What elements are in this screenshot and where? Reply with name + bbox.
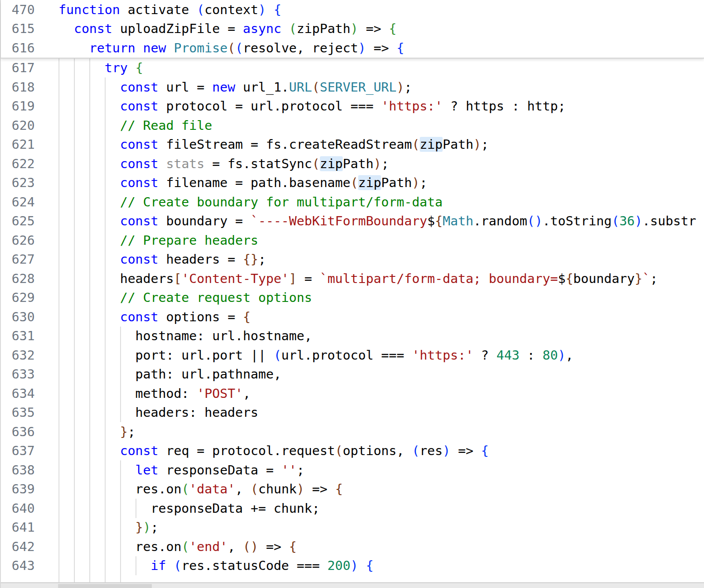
line-number[interactable]: 619 bbox=[1, 99, 59, 114]
sticky-code-line[interactable]: 470function activate (context) { bbox=[1, 0, 704, 19]
code-line[interactable]: 633 path: url.pathname, bbox=[1, 365, 704, 384]
code-line[interactable]: 638 let responseData = ''; bbox=[1, 460, 704, 480]
code-line[interactable]: 625 const boundary = `----WebKitFormBoun… bbox=[1, 212, 704, 231]
code-content[interactable]: const uploadZipFile = async (zipPath) =>… bbox=[59, 19, 704, 39]
code-line[interactable]: 635 headers: headers bbox=[1, 403, 704, 423]
code-content[interactable]: }); bbox=[59, 518, 704, 537]
code-content[interactable]: try { bbox=[59, 59, 704, 78]
token-b2: ( bbox=[181, 481, 189, 496]
line-number[interactable]: 624 bbox=[1, 195, 59, 209]
scrollbar-thumb[interactable] bbox=[58, 584, 152, 588]
code-line[interactable]: 619 const protocol = url.protocol === 'h… bbox=[1, 97, 704, 116]
line-number[interactable]: 641 bbox=[1, 520, 59, 535]
token-txt: ; bbox=[258, 252, 266, 267]
token-txt: responseData += chunk; bbox=[151, 501, 320, 516]
line-number[interactable]: 640 bbox=[1, 501, 59, 516]
line-number[interactable]: 627 bbox=[1, 252, 59, 267]
line-number[interactable]: 634 bbox=[1, 386, 59, 401]
code-line[interactable]: 642 res.on('end', () => { bbox=[1, 537, 704, 556]
code-content[interactable]: // Prepare headers bbox=[59, 231, 704, 250]
code-line[interactable]: 618 const url = new url_1.URL(SERVER_URL… bbox=[1, 77, 704, 97]
line-number[interactable]: 625 bbox=[1, 213, 59, 228]
code-content[interactable]: const url = new url_1.URL(SERVER_URL); bbox=[59, 77, 704, 97]
code-content[interactable]: res.on('data', (chunk) => { bbox=[59, 480, 704, 499]
line-number[interactable]: 636 bbox=[1, 424, 59, 439]
token-txt: filename = path.basename bbox=[158, 175, 351, 190]
line-number[interactable]: 470 bbox=[1, 2, 59, 17]
code-line[interactable]: 621 const fileStream = fs.createReadStre… bbox=[1, 135, 704, 154]
code-line[interactable]: 641 }); bbox=[1, 518, 704, 537]
code-content[interactable]: headers: headers bbox=[59, 403, 704, 423]
code-line[interactable]: 639 res.on('data', (chunk) => { bbox=[1, 480, 704, 499]
line-number[interactable]: 616 bbox=[1, 40, 59, 55]
line-number[interactable]: 623 bbox=[1, 175, 59, 190]
token-b3: ) bbox=[297, 481, 304, 496]
code-content[interactable]: const req = protocol.request(options, (r… bbox=[59, 441, 704, 461]
line-number[interactable]: 621 bbox=[1, 137, 59, 152]
code-line[interactable]: 630 const options = { bbox=[1, 307, 704, 327]
code-line[interactable]: 628 headers['Content-Type'] = `multipart… bbox=[1, 269, 704, 288]
line-number[interactable]: 643 bbox=[1, 558, 59, 573]
code-content[interactable]: let responseData = ''; bbox=[59, 460, 704, 480]
code-line[interactable]: 626 // Prepare headers bbox=[1, 231, 704, 250]
code-content[interactable]: responseData += chunk; bbox=[59, 499, 704, 518]
code-content[interactable]: if (res.statusCode === 200) { bbox=[59, 556, 704, 576]
code-content[interactable]: res.on('end', () => { bbox=[59, 537, 704, 556]
code-line[interactable]: 643 if (res.statusCode === 200) { bbox=[1, 556, 704, 576]
code-line[interactable]: 634 method: 'POST', bbox=[1, 384, 704, 403]
line-number[interactable]: 639 bbox=[1, 481, 59, 496]
line-number[interactable]: 642 bbox=[1, 539, 59, 554]
code-line[interactable]: 623 const filename = path.basename(zipPa… bbox=[1, 173, 704, 193]
code-content[interactable]: headers['Content-Type'] = `multipart/for… bbox=[59, 269, 704, 288]
horizontal-scrollbar[interactable] bbox=[1, 582, 704, 588]
code-content[interactable]: function activate (context) { bbox=[59, 0, 704, 19]
line-number[interactable]: 626 bbox=[1, 233, 59, 248]
line-number[interactable]: 629 bbox=[1, 290, 59, 305]
line-number[interactable]: 637 bbox=[1, 443, 59, 458]
token-kw: const bbox=[120, 443, 158, 458]
code-line[interactable]: 629 // Create request options bbox=[1, 288, 704, 308]
token-txt: : bbox=[520, 348, 543, 363]
code-content[interactable]: const options = { bbox=[59, 307, 704, 327]
line-number[interactable]: 622 bbox=[1, 156, 59, 171]
code-line[interactable]: 631 hostname: url.hostname, bbox=[1, 327, 704, 346]
code-line[interactable]: 636 }; bbox=[1, 422, 704, 441]
code-content[interactable]: const fileStream = fs.createReadStream(z… bbox=[59, 135, 704, 154]
line-number[interactable]: 630 bbox=[1, 309, 59, 324]
code-content[interactable]: // Read file bbox=[59, 116, 704, 135]
code-line[interactable]: 627 const headers = {}; bbox=[1, 250, 704, 269]
code-content[interactable]: const boundary = `----WebKitFormBoundary… bbox=[59, 212, 704, 231]
line-number[interactable]: 617 bbox=[1, 60, 59, 75]
code-line[interactable]: 617 try { bbox=[1, 59, 704, 78]
code-content[interactable]: const stats = fs.statSync(zipPath); bbox=[59, 154, 704, 173]
code-content[interactable]: const headers = {}; bbox=[59, 250, 704, 269]
code-content[interactable]: const filename = path.basename(zipPath); bbox=[59, 173, 704, 193]
code-line[interactable]: 620 // Read file bbox=[1, 116, 704, 135]
code-content[interactable]: // Create boundary for multipart/form-da… bbox=[59, 192, 704, 212]
sticky-code-line[interactable]: 615 const uploadZipFile = async (zipPath… bbox=[1, 19, 704, 39]
code-line[interactable]: 622 const stats = fs.statSync(zipPath); bbox=[1, 154, 704, 173]
code-content[interactable]: // Create request options bbox=[59, 288, 704, 308]
token-b1: ( bbox=[274, 348, 281, 363]
line-number[interactable]: 615 bbox=[1, 21, 59, 36]
code-line[interactable]: 632 port: url.port || (url.protocol === … bbox=[1, 345, 704, 365]
code-content[interactable]: port: url.port || (url.protocol === 'htt… bbox=[59, 345, 704, 365]
line-number[interactable]: 632 bbox=[1, 348, 59, 363]
code-content[interactable]: method: 'POST', bbox=[59, 384, 704, 403]
code-line[interactable]: 637 const req = protocol.request(options… bbox=[1, 441, 704, 461]
line-number[interactable]: 628 bbox=[1, 271, 59, 286]
line-number[interactable]: 635 bbox=[1, 405, 59, 420]
line-number[interactable]: 633 bbox=[1, 367, 59, 382]
line-number[interactable]: 618 bbox=[1, 80, 59, 95]
code-content[interactable]: hostname: url.hostname, bbox=[59, 327, 704, 346]
code-line[interactable]: 624 // Create boundary for multipart/for… bbox=[1, 192, 704, 212]
code-content[interactable]: const protocol = url.protocol === 'https… bbox=[59, 97, 704, 116]
line-number[interactable]: 638 bbox=[1, 463, 59, 478]
line-number[interactable]: 631 bbox=[1, 328, 59, 343]
line-number[interactable]: 620 bbox=[1, 118, 59, 133]
sticky-code-line[interactable]: 616 return new Promise((resolve, reject)… bbox=[1, 38, 704, 58]
code-content[interactable]: }; bbox=[59, 422, 704, 441]
code-content[interactable]: path: url.pathname, bbox=[59, 365, 704, 384]
code-line[interactable]: 640 responseData += chunk; bbox=[1, 499, 704, 518]
code-content[interactable]: return new Promise((resolve, reject) => … bbox=[59, 38, 704, 58]
